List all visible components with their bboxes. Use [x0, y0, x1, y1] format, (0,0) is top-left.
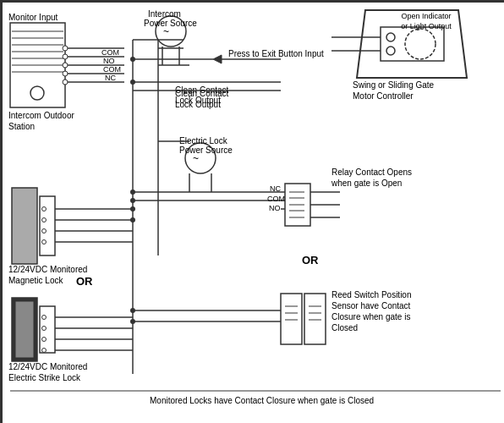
svg-point-18 [63, 63, 68, 68]
svg-point-101 [386, 33, 395, 41]
svg-point-113 [130, 198, 135, 203]
relay-contact-label: Relay Contact Openswhen gate is Open [331, 167, 412, 189]
svg-point-17 [63, 54, 68, 59]
svg-point-70 [42, 349, 47, 353]
svg-point-102 [386, 47, 395, 55]
svg-point-19 [63, 71, 68, 76]
open-indicator-label: Open Indicatoror Light Output [380, 12, 473, 31]
svg-point-62 [130, 217, 135, 222]
svg-text:COM: COM [103, 65, 121, 74]
svg-point-56 [42, 240, 47, 244]
svg-text:Monitor Input: Monitor Input [8, 13, 58, 22]
svg-point-111 [130, 80, 135, 85]
svg-text:NC: NC [270, 184, 281, 193]
monitored-locks-note: Monitored Locks have Contact Closure whe… [150, 395, 374, 406]
svg-rect-65 [15, 301, 34, 358]
svg-point-69 [42, 338, 47, 342]
svg-point-54 [42, 218, 47, 222]
motor-controller-label: Swing or Sliding GateMotor Controller [353, 80, 434, 102]
svg-point-110 [130, 57, 135, 62]
svg-rect-51 [12, 188, 37, 264]
svg-text:Intercom: Intercom [148, 9, 181, 19]
electric-strike-label: 12/24VDC MonitoredElectric Strike Lock [8, 361, 87, 383]
svg-point-20 [63, 80, 68, 85]
svg-text:COM: COM [101, 48, 119, 57]
svg-point-9 [30, 86, 44, 100]
svg-text:NO: NO [103, 57, 115, 65]
svg-point-61 [130, 206, 135, 212]
svg-point-99 [130, 319, 135, 324]
wiring-diagram: Monitor Input COM NO COM NC ~ Intercom P… [0, 0, 504, 423]
svg-text:NC: NC [105, 74, 116, 82]
svg-point-112 [130, 190, 135, 195]
svg-rect-89 [304, 294, 326, 344]
svg-text:OR: OR [302, 254, 319, 266]
svg-point-55 [42, 229, 47, 233]
svg-point-68 [42, 327, 47, 331]
svg-point-98 [130, 308, 135, 313]
svg-text:NO: NO [269, 204, 281, 212]
svg-point-53 [42, 207, 47, 212]
svg-text:COM: COM [267, 195, 285, 203]
svg-text:Power Source: Power Source [179, 146, 233, 155]
svg-point-103 [405, 29, 436, 59]
clean-contact-label: Clean ContactLock Output [175, 88, 228, 110]
reed-switch-label: Reed Switch PositionSensor have ContactC… [331, 289, 412, 333]
svg-rect-52 [40, 196, 55, 255]
svg-text:Power Source: Power Source [144, 19, 197, 28]
svg-text:Press to Exit Button Input: Press to Exit Button Input [228, 49, 324, 58]
magnetic-lock-label: 12/24VDC MonitoredMagnetic Lock [8, 264, 87, 286]
svg-point-67 [42, 316, 47, 320]
svg-rect-88 [281, 294, 302, 344]
svg-point-16 [63, 46, 68, 51]
intercom-outdoor-label: Intercom OutdoorStation [8, 110, 74, 132]
